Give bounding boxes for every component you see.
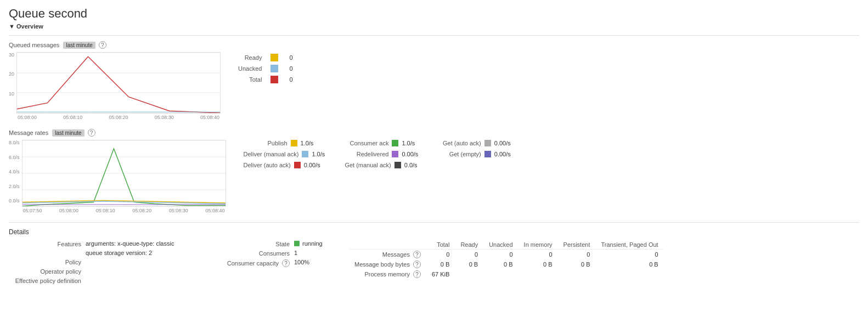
legend-label-2: Total <box>234 74 266 85</box>
rate-label-2: Deliver (auto ack) <box>244 162 291 168</box>
legend-color-0 <box>266 52 285 63</box>
rate-row-2: Deliver (auto ack) 0.00/s <box>244 162 336 168</box>
state-row: State running <box>217 240 327 247</box>
queued-messages-row: 30 20 10 05:08:00 05:08:10 05:08:20 05:0… <box>9 52 859 120</box>
rate-value-4: 0.00/s <box>402 151 426 157</box>
features-key: Features <box>9 240 86 247</box>
legend-label-0: Ready <box>234 52 266 63</box>
rates-help-icon[interactable]: ? <box>88 129 95 137</box>
legend-label-1: Unacked <box>234 63 266 74</box>
stats-header-2: Unacked <box>483 240 518 250</box>
legend-row-2: Total 0 <box>234 74 297 85</box>
stats-cell-2-2 <box>483 269 518 279</box>
stats-header-5: Transient, Paged Out <box>595 240 663 250</box>
stats-cell-1-3: 0 B <box>518 259 558 269</box>
queued-help-icon[interactable]: ? <box>99 41 106 49</box>
consumers-val: 1 <box>294 250 297 256</box>
rate-color-4 <box>392 151 398 157</box>
queued-messages-canvas <box>16 52 221 114</box>
rate-row-6: Get (auto ack) 0.00/s <box>437 140 518 146</box>
queued-y-axis: 30 20 10 <box>9 52 16 120</box>
rate-color-1 <box>302 151 308 157</box>
legend-value-2: 0 <box>285 74 297 85</box>
stats-cell-0-1: 0 <box>455 250 483 260</box>
rate-label-0: Publish <box>244 140 288 146</box>
rate-row-1: Deliver (manual ack) 1.0/s <box>244 151 336 157</box>
stats-cell-2-0: 67 KiB <box>426 269 455 279</box>
rate-row-0: Publish 1.0/s <box>244 140 336 146</box>
stats-help-2[interactable]: ? <box>413 270 421 278</box>
rate-value-6: 0.00/s <box>494 140 518 146</box>
rate-color-0 <box>291 140 297 146</box>
stats-row-2: Process memory ?67 KiB <box>349 269 664 279</box>
details-grid: Features arguments: x-queue-type: classi… <box>9 240 859 286</box>
queued-badge[interactable]: last minute <box>63 42 95 49</box>
queued-messages-chart-container: 30 20 10 05:08:00 05:08:10 05:08:20 05:0… <box>9 52 221 120</box>
stats-help-1[interactable]: ? <box>413 261 421 268</box>
stats-cell-1-0: 0 B <box>426 259 455 269</box>
rate-label-3: Consumer ack <box>345 140 388 146</box>
details-right: TotalReadyUnackedIn memoryPersistentTran… <box>349 240 667 279</box>
consumers-key: Consumers <box>217 250 294 257</box>
stats-row-label-1: Message body bytes ? <box>349 259 426 269</box>
stats-table: TotalReadyUnackedIn memoryPersistentTran… <box>349 240 664 279</box>
stats-row-label-2: Process memory ? <box>349 269 426 279</box>
storage-row: queue storage version: 2 <box>9 250 195 256</box>
rate-col-0: Publish 1.0/s Deliver (manual ack) 1.0/s… <box>239 140 341 168</box>
stats-header-4: Persistent <box>558 240 596 250</box>
rates-canvas <box>22 140 226 207</box>
effective-policy-key: Effective policy definition <box>9 277 86 284</box>
stats-header-0: Total <box>426 240 455 250</box>
rate-col-2: Get (auto ack) 0.00/s Get (empty) 0.00/s <box>433 140 523 157</box>
rates-row: 8.0/s 6.0/s 4.0/s 2.0/s 0.0/s 05:07:50 0… <box>9 140 859 213</box>
features-row: Features arguments: x-queue-type: classi… <box>9 240 195 247</box>
rate-value-0: 1.0/s <box>301 140 325 146</box>
rate-value-7: 0.00/s <box>494 151 518 157</box>
stats-header-empty <box>349 240 426 250</box>
effective-policy-row: Effective policy definition <box>9 277 195 284</box>
policy-row: Policy <box>9 258 195 265</box>
state-key: State <box>217 240 294 247</box>
message-rates-section: Message rates last minute ? 8.0/s 6.0/s … <box>9 129 859 213</box>
stats-row-1: Message body bytes ?0 B0 B0 B0 B0 B0 B <box>349 259 664 269</box>
legend-color-1 <box>266 63 285 74</box>
stats-header-3: In memory <box>518 240 558 250</box>
stats-cell-2-4 <box>558 269 596 279</box>
queued-legend: Ready 0 Unacked 0 Total 0 <box>234 52 297 85</box>
rate-label-4: Redelivered <box>345 151 388 157</box>
rate-row-5: Get (manual ack) 0.0/s <box>345 162 428 168</box>
rate-label-5: Get (manual ack) <box>345 162 391 168</box>
rate-label-6: Get (auto ack) <box>437 140 481 146</box>
rates-chart-container: 8.0/s 6.0/s 4.0/s 2.0/s 0.0/s 05:07:50 0… <box>9 140 226 213</box>
legend-row-0: Ready 0 <box>234 52 297 63</box>
rate-value-5: 0.0/s <box>404 162 429 168</box>
consumer-capacity-key: Consumer capacity ? <box>217 259 294 267</box>
stats-help-0[interactable]: ? <box>413 251 421 258</box>
stats-cell-0-2: 0 <box>483 250 518 260</box>
rate-row-7: Get (empty) 0.00/s <box>437 151 518 157</box>
stats-cell-1-2: 0 B <box>483 259 518 269</box>
features-val: arguments: x-queue-type: classic <box>86 240 174 247</box>
rate-value-3: 1.0/s <box>402 140 426 146</box>
rate-row-4: Redelivered 0.00/s <box>345 151 428 157</box>
message-rates-label: Message rates last minute ? <box>9 129 859 137</box>
rates-y-axis: 8.0/s 6.0/s 4.0/s 2.0/s 0.0/s <box>9 140 22 213</box>
details-title: Details <box>9 228 859 236</box>
stats-cell-0-5: 0 <box>595 250 663 260</box>
rate-color-3 <box>392 140 398 146</box>
overview-toggle[interactable]: Overview <box>9 23 859 30</box>
stats-cell-2-1 <box>455 269 483 279</box>
queued-messages-label: Queued messages last minute ? <box>9 41 859 49</box>
state-val: running <box>294 240 323 247</box>
consumers-row: Consumers 1 <box>217 250 327 257</box>
storage-val: queue storage version: 2 <box>86 250 152 256</box>
consumer-capacity-help[interactable]: ? <box>282 259 290 267</box>
stats-cell-0-0: 0 <box>426 250 455 260</box>
stats-row-label-0: Messages ? <box>349 250 426 260</box>
queued-x-axis: 05:08:00 05:08:10 05:08:20 05:08:30 05:0… <box>16 115 221 120</box>
stats-cell-0-3: 0 <box>518 250 558 260</box>
rate-label-7: Get (empty) <box>437 151 481 157</box>
rates-badge[interactable]: last minute <box>52 129 84 137</box>
legend-value-1: 0 <box>285 63 297 74</box>
stats-cell-1-4: 0 B <box>558 259 596 269</box>
